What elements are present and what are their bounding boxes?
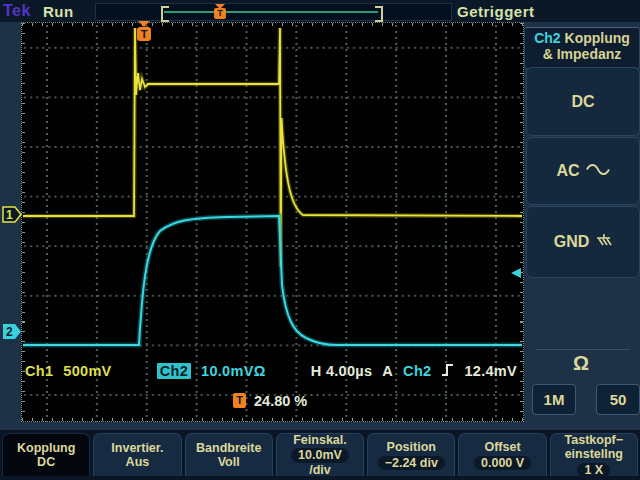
menu-kopplung-button[interactable]: Kopplung DC (2, 433, 90, 476)
ch2-position-marker: 2 (2, 323, 22, 340)
coupling-gnd-button[interactable]: GND (526, 206, 640, 278)
impedance-50-button[interactable]: 50 (596, 384, 640, 415)
horizontal-scale: H 4.00µs (311, 363, 373, 379)
right-menu-title-channel: Ch2 (534, 30, 560, 46)
tek-logo: Tek (3, 2, 31, 20)
menu-feinskal-suffix: /div (309, 463, 331, 478)
ch1-scale: 500mV (63, 363, 111, 379)
menu-bandbreite-button[interactable]: Bandbreite Voll (185, 433, 273, 476)
menu-feinskal-button[interactable]: Feinskal. 10.0mV /div (276, 433, 364, 476)
ch2-trace (23, 216, 522, 345)
impedance-symbol: Ω (524, 352, 638, 375)
ch1-marker-label: 1 (6, 208, 13, 222)
ch1-label: Ch1 (25, 363, 53, 379)
coupling-ac-label: AC (556, 162, 579, 180)
acquisition-label: A (382, 363, 393, 379)
menu-tastkopf-button[interactable]: Tastkopf− einstellng 1 X (550, 433, 638, 476)
menu-offset-button[interactable]: Offset 0.000 V (458, 433, 546, 476)
trigger-level-arrow-icon (511, 264, 521, 274)
ch2-marker-label: 2 (6, 325, 13, 339)
menu-invertier-title: Invertier. (111, 441, 163, 456)
menu-feinskal-title: Feinskal. (293, 433, 347, 448)
rising-edge-icon (441, 363, 454, 380)
record-window-left-bracket (161, 6, 169, 22)
record-trigger-marker-icon: T (214, 4, 226, 20)
record-view-bar: T (95, 3, 452, 21)
trigger-status: Getriggert (457, 3, 535, 20)
menu-invertier-value: Aus (126, 455, 150, 470)
trigger-position-marker: T (137, 21, 151, 42)
menu-offset-value: 0.000 V (474, 456, 531, 471)
trigger-source: Ch2 (403, 363, 431, 379)
coupling-dc-label: DC (571, 93, 594, 111)
ground-icon (595, 233, 612, 251)
menu-position-value: −2.24 div (378, 456, 445, 471)
scale-readout: Ch1 500mV Ch2 10.0mVΩ H 4.00µs A Ch2 12.… (25, 361, 517, 381)
right-menu-title-text: Kopplung (565, 30, 630, 46)
oscilloscope-screen: Tek Run T Getriggert T (0, 0, 640, 480)
ch1-position-marker: 1 (2, 206, 22, 223)
trigger-position-percent: 24.80 % (254, 393, 307, 409)
acquisition-status: Run (43, 3, 74, 20)
sine-wave-icon (586, 162, 610, 180)
trigger-position-t-icon: T (137, 27, 151, 41)
menu-tastkopf-title: Tastkopf− (565, 433, 623, 448)
menu-tastkopf-title2: einstellng (565, 447, 623, 462)
trigger-level: 12.4mV (464, 363, 517, 379)
right-menu-title: Ch2 Kopplung & Impedanz (524, 27, 640, 69)
ch2-scale: 10.0mVΩ (201, 363, 266, 379)
menu-feinskal-value: 10.0mV (291, 448, 349, 463)
ch1-trace (23, 28, 522, 267)
ch2-label-selected: Ch2 (157, 363, 191, 379)
menu-kopplung-value: DC (37, 455, 55, 470)
trigger-position-readout: T 24.80 % (233, 392, 307, 409)
bottom-menu-bar: Kopplung DC Invertier. Aus Bandbreite Vo… (0, 430, 640, 480)
ch2-trace-glow (23, 216, 522, 345)
title-bar: Tek Run T Getriggert (0, 0, 640, 22)
impedance-separator (536, 349, 630, 350)
menu-kopplung-title: Kopplung (17, 441, 75, 456)
menu-position-button[interactable]: Position −2.24 div (367, 433, 455, 476)
record-window-right-bracket (375, 6, 383, 22)
coupling-ac-button[interactable]: AC (526, 137, 640, 205)
menu-position-title: Position (387, 440, 436, 455)
right-menu-title-line2: & Impedanz (525, 46, 639, 62)
trigger-t-icon: T (214, 8, 226, 19)
menu-offset-title: Offset (484, 440, 520, 455)
record-window-line (164, 11, 378, 13)
coupling-gnd-label: GND (554, 233, 590, 251)
menu-bandbreite-title: Bandbreite (196, 441, 261, 456)
trigger-t-badge-icon: T (233, 393, 246, 408)
ch1-trace-glow (23, 28, 522, 267)
menu-tastkopf-value: 1 X (577, 463, 610, 478)
impedance-1m-button[interactable]: 1M (532, 384, 576, 415)
menu-invertier-button[interactable]: Invertier. Aus (93, 433, 181, 476)
coupling-dc-button[interactable]: DC (526, 67, 640, 136)
menu-bandbreite-value: Voll (218, 455, 240, 470)
